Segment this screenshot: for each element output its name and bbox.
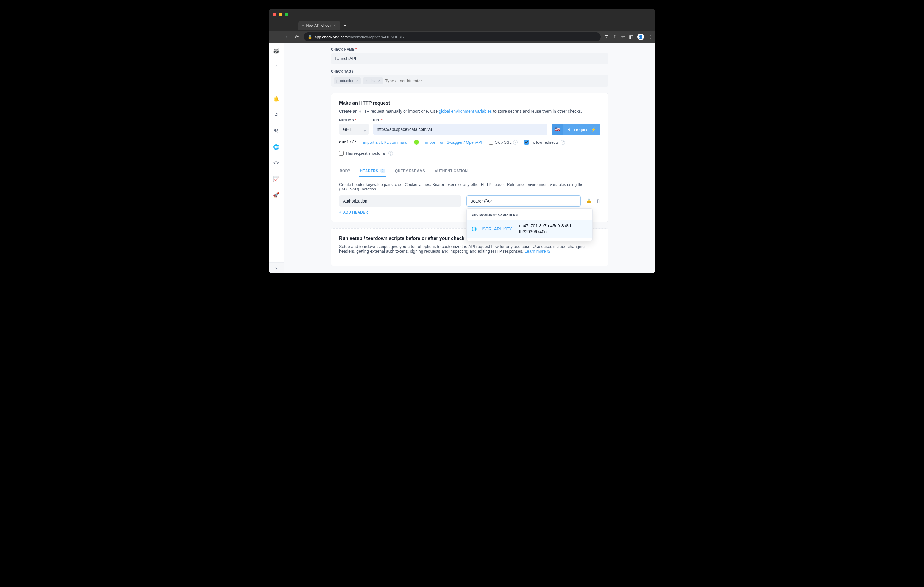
new-tab-button[interactable]: + xyxy=(344,23,346,28)
tab-favicon: ◦ xyxy=(302,23,304,28)
url-input[interactable] xyxy=(373,124,548,135)
sidebar-globe-icon[interactable]: 🌐 xyxy=(272,142,281,152)
tab-title: New API check xyxy=(306,23,331,28)
check-name-label: CHECK NAME * xyxy=(331,48,609,51)
sidebar-rocket-icon[interactable]: 🚀 xyxy=(272,190,281,200)
learn-more-link[interactable]: Learn more ⧉ xyxy=(525,249,549,254)
swagger-icon xyxy=(414,140,419,145)
help-icon[interactable]: ? xyxy=(561,140,565,145)
sidebar-activity-icon[interactable]: 〰 xyxy=(272,78,281,87)
header-value-input[interactable] xyxy=(467,196,581,207)
import-curl-link[interactable]: import a cURL command xyxy=(363,140,408,145)
autocomplete-item[interactable]: 🌐 USER_API_KEY dc47c701-8e7b-45d9-8a8d-f… xyxy=(467,220,592,238)
main-content: CHECK NAME * CHECK TAGS production× crit… xyxy=(284,43,655,273)
follow-redirects-checkbox[interactable]: Follow redirects ? xyxy=(524,140,565,145)
lock-icon: 🔒 xyxy=(308,35,312,39)
check-tags-label: CHECK TAGS xyxy=(331,69,609,73)
forward-button[interactable]: → xyxy=(282,34,289,39)
panel-icon[interactable]: ◧ xyxy=(629,34,633,39)
minimize-window-button[interactable] xyxy=(279,13,282,16)
add-header-button[interactable]: + ADD HEADER xyxy=(339,210,368,214)
external-link-icon: ⧉ xyxy=(547,250,550,254)
window-titlebar xyxy=(269,9,655,20)
tab-headers[interactable]: HEADERS1 xyxy=(359,166,386,177)
tab-authentication[interactable]: AUTHENTICATION xyxy=(434,166,468,177)
run-request-button[interactable]: 🇺🇸 Run request ⚡ xyxy=(552,124,601,135)
autocomplete-section-label: ENVIRONMENT VARIABLES xyxy=(467,212,592,220)
profile-avatar[interactable]: 👤 xyxy=(637,34,644,40)
env-var-value: dc47c701-8e7b-45d9-8a8d-fb329309740c xyxy=(519,223,587,235)
help-icon[interactable]: ? xyxy=(513,140,518,145)
tags-text-input[interactable] xyxy=(385,79,606,83)
browser-window: ◦ New API check × + ← → ⟳ 🔒 app.checklyh… xyxy=(269,9,655,273)
http-panel-desc: Create an HTTP request manually or impor… xyxy=(339,109,601,113)
close-window-button[interactable] xyxy=(273,13,276,16)
app-sidebar: 🦝 ⌂ 〰 🔔 🖥 ⚒ 🌐 <> 📈 🚀 › xyxy=(269,43,284,273)
method-label: METHOD * xyxy=(339,118,369,122)
browser-tab-bar: ◦ New API check × + xyxy=(269,20,655,31)
request-tabs: BODY HEADERS1 QUERY PARAMS AUTHENTICATIO… xyxy=(339,166,601,177)
bookmark-icon[interactable]: ☆ xyxy=(621,34,625,39)
import-options-row: curl:// import a cURL command import fro… xyxy=(339,140,601,156)
lock-header-icon[interactable]: 🔓 xyxy=(586,198,592,204)
globe-icon: 🌐 xyxy=(472,227,477,231)
key-icon[interactable]: ⚿ xyxy=(604,35,609,39)
browser-tab[interactable]: ◦ New API check × xyxy=(298,21,340,30)
sidebar-home-icon[interactable]: ⌂ xyxy=(272,62,281,71)
sidebar-expand-button[interactable]: › xyxy=(269,262,284,273)
skip-ssl-checkbox[interactable]: Skip SSL ? xyxy=(489,140,518,145)
delete-header-icon[interactable]: 🗑 xyxy=(596,198,601,204)
url-path: /checks/new/api?tab=HEADERS xyxy=(348,35,404,39)
app-shell: 🦝 ⌂ 〰 🔔 🖥 ⚒ 🌐 <> 📈 🚀 › CHECK NAME * CHEC… xyxy=(269,43,655,273)
http-panel-title: Make an HTTP request xyxy=(339,100,601,106)
remove-tag-icon[interactable]: × xyxy=(378,79,380,83)
tab-query-params[interactable]: QUERY PARAMS xyxy=(394,166,426,177)
tab-body[interactable]: BODY xyxy=(339,166,351,177)
menu-icon[interactable]: ⋮ xyxy=(648,34,652,39)
flag-icon: 🇺🇸 xyxy=(552,124,563,135)
method-select[interactable]: GET xyxy=(339,124,369,135)
should-fail-checkbox[interactable]: This request should fail ? xyxy=(339,151,393,156)
env-var-autocomplete: ENVIRONMENT VARIABLES 🌐 USER_API_KEY dc4… xyxy=(467,209,593,241)
close-tab-icon[interactable]: × xyxy=(334,23,336,28)
header-key-input[interactable] xyxy=(339,196,461,207)
env-var-name: USER_API_KEY xyxy=(480,227,512,231)
headers-tab-desc: Create header key/value pairs to set Coo… xyxy=(339,182,601,191)
check-name-input[interactable] xyxy=(331,53,609,64)
bolt-icon: ⚡ xyxy=(591,127,596,132)
header-row: ENVIRONMENT VARIABLES 🌐 USER_API_KEY dc4… xyxy=(339,196,601,207)
http-request-panel: Make an HTTP request Create an HTTP requ… xyxy=(331,93,609,222)
scripts-panel-desc: Setup and teardown scripts give you a to… xyxy=(339,244,601,254)
checkly-logo[interactable]: 🦝 xyxy=(272,46,281,55)
global-env-vars-link[interactable]: global environment variables xyxy=(439,109,492,113)
help-icon[interactable]: ? xyxy=(388,151,393,156)
back-button[interactable]: ← xyxy=(272,34,279,39)
browser-right-icons: ⚿ ⇧ ☆ ◧ 👤 ⋮ xyxy=(604,34,652,40)
curl-logo: curl:// xyxy=(339,140,356,145)
sidebar-code-icon[interactable]: <> xyxy=(272,158,281,168)
remove-tag-icon[interactable]: × xyxy=(356,79,358,83)
sidebar-alerts-icon[interactable]: 🔔 xyxy=(272,94,281,104)
sidebar-analytics-icon[interactable]: 📈 xyxy=(272,174,281,184)
plus-icon: + xyxy=(339,210,341,214)
address-bar[interactable]: 🔒 app.checklyhq.com/checks/new/api?tab=H… xyxy=(304,33,601,41)
maximize-window-button[interactable] xyxy=(285,13,288,16)
tag-critical: critical× xyxy=(363,77,383,84)
tag-production: production× xyxy=(334,77,361,84)
url-host: app.checklyhq.com xyxy=(315,35,348,39)
sidebar-tools-icon[interactable]: ⚒ xyxy=(272,126,281,136)
traffic-lights xyxy=(273,13,288,16)
browser-toolbar: ← → ⟳ 🔒 app.checklyhq.com/checks/new/api… xyxy=(269,31,655,43)
import-swagger-link[interactable]: import from Swagger / OpenAPI xyxy=(426,140,482,145)
url-label: URL * xyxy=(373,118,548,122)
sidebar-monitor-icon[interactable]: 🖥 xyxy=(272,110,281,120)
tags-input[interactable]: production× critical× xyxy=(331,75,609,87)
reload-button[interactable]: ⟳ xyxy=(293,34,300,40)
share-icon[interactable]: ⇧ xyxy=(613,34,617,39)
headers-count-badge: 1 xyxy=(380,169,386,173)
